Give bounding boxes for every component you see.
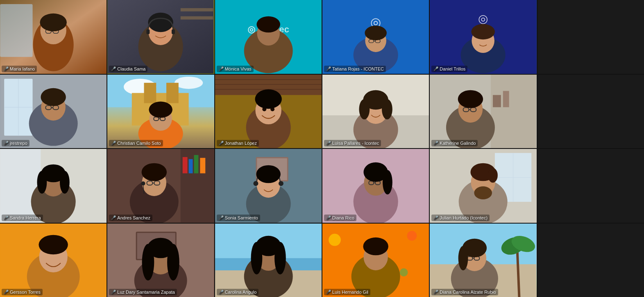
svg-point-104: [141, 181, 145, 185]
participant-name: 🎤 Julian Hurtado (Icontec): [431, 215, 490, 221]
tile-luz-dary[interactable]: 🎤 Luz Dary Santamaria Zapata: [107, 224, 214, 297]
svg-rect-77: [491, 75, 536, 148]
tile-empty-r4c6: [537, 224, 644, 297]
svg-rect-51: [144, 82, 156, 103]
svg-point-8: [40, 14, 66, 32]
tile-christian-soto[interactable]: 🎤 Christian Camilo Soto: [107, 75, 214, 148]
svg-point-58: [149, 101, 173, 118]
svg-point-85: [458, 90, 483, 108]
svg-point-113: [279, 181, 283, 186]
tile-tatiana-rojas[interactable]: ◎ icontec 🎤 Tatiana Rojas - ICONTEC: [322, 0, 429, 74]
svg-point-75: [382, 99, 392, 119]
svg-point-125: [383, 170, 392, 195]
tile-sonia-sarmiento[interactable]: 🎤 Sonia Sarmiento: [215, 149, 322, 223]
svg-point-156: [274, 242, 286, 274]
video-grid: 🎤 Maria Iafano: [0, 0, 644, 297]
svg-point-147: [167, 244, 179, 280]
svg-point-163: [363, 237, 388, 255]
mute-icon: 🎤: [4, 216, 9, 220]
svg-point-14: [148, 13, 173, 32]
svg-rect-2: [0, 4, 32, 57]
svg-point-68: [255, 89, 281, 109]
participant-name: 🎤 Claudia Sama: [109, 66, 147, 72]
tile-carolina-angulo[interactable]: ISO 13009 BEACH 🎤 Carolina Angulo: [215, 224, 322, 297]
svg-point-159: [407, 231, 417, 240]
mute-icon: 🎤: [326, 141, 331, 145]
mute-icon: 🎤: [326, 290, 331, 294]
svg-point-139: [39, 235, 68, 254]
svg-point-46: [41, 88, 66, 106]
svg-point-114: [256, 165, 281, 183]
participant-name: 🎤 Christian Camilo Soto: [109, 140, 163, 146]
tile-jonathan-lopez[interactable]: 🎤 Jonathan López: [215, 75, 322, 148]
tile-empty-r3c6: [537, 149, 644, 223]
mute-icon: 🎤: [111, 67, 116, 71]
participant-name: 🎤 Sandra Herrera: [2, 215, 43, 221]
participant-name: 🎤 Daniel Trillos: [431, 66, 467, 72]
participant-name: 🎤 Sonia Sarmiento: [217, 215, 260, 221]
svg-rect-16: [172, 29, 175, 34]
svg-rect-96: [189, 159, 193, 174]
svg-point-21: [256, 16, 280, 33]
svg-point-74: [359, 99, 370, 119]
svg-point-36: [472, 24, 495, 40]
mute-icon: 🎤: [4, 67, 9, 71]
svg-rect-78: [493, 95, 501, 107]
svg-point-155: [251, 242, 262, 274]
tile-luis-hernando[interactable]: 🎤 Luis Hernando Gil: [322, 224, 429, 297]
tile-empty-r1c6: [537, 0, 644, 74]
svg-text:◎: ◎: [478, 12, 488, 25]
participant-name: 🎤 Luisa Pallares - Icontec: [324, 140, 381, 146]
participant-name: 🎤 Jonathan López: [217, 140, 259, 146]
tile-katherine-galindo[interactable]: 🎤 Katherine Galindo: [430, 75, 536, 148]
participant-name: 🎤 Andres Sanchez: [109, 215, 152, 221]
tile-monica-vivas[interactable]: ◎ icontec 🎤 Mónica Vivas: [215, 0, 322, 74]
tile-gersson-torres[interactable]: 🎤 Gersson Torres: [0, 224, 107, 297]
svg-point-112: [253, 181, 258, 186]
svg-point-91: [37, 171, 47, 194]
mute-icon: 🎤: [111, 290, 116, 294]
svg-rect-97: [194, 155, 199, 174]
mute-icon: 🎤: [111, 141, 116, 145]
mute-icon: 🎤: [4, 141, 9, 145]
participant-name: 🎤 Luis Hernando Gil: [324, 289, 370, 295]
svg-rect-11: [181, 16, 213, 20]
tile-daniel-trillos[interactable]: ◎ icontec 🎤 Daniel Trillos: [430, 0, 536, 74]
svg-rect-52: [166, 82, 179, 103]
mute-icon: 🎤: [219, 216, 224, 220]
tile-diana-carolina-alzate[interactable]: 🎤 Diana Carolina Alzate Rubio: [430, 224, 536, 297]
tile-maria-iafano[interactable]: 🎤 Maria Iafano: [0, 0, 107, 74]
tile-claudia-sama[interactable]: 🎤 Claudia Sama: [107, 0, 214, 74]
mute-icon: 🎤: [433, 141, 438, 145]
svg-point-175: [458, 246, 468, 270]
mute-icon: 🎤: [219, 67, 224, 71]
tile-diana-rico[interactable]: 🎤 Diana Rico: [322, 149, 429, 223]
svg-point-30: [365, 25, 387, 40]
tile-sandra-herrera[interactable]: 🎤 Sandra Herrera: [0, 149, 107, 223]
participant-name: 🎤 Carolina Angulo: [217, 289, 259, 295]
participant-name: 🎤 Diana Carolina Alzate Rubio: [431, 289, 498, 295]
mute-icon: 🎤: [111, 216, 116, 220]
svg-point-106: [142, 163, 167, 181]
tile-luisa-pallares[interactable]: 🎤 Luisa Pallares - Icontec: [322, 75, 429, 148]
tile-andres-sanchez[interactable]: 🎤 Andres Sanchez: [107, 149, 214, 223]
participant-name: 🎤 Tatiana Rojas - ICONTEC: [324, 66, 386, 72]
participant-name: 🎤 Mónica Vivas: [217, 66, 254, 72]
participant-name: 🎤 Maria Iafano: [2, 66, 37, 72]
tile-jrestrepo[interactable]: 🎤 jrestrepo: [0, 75, 107, 148]
svg-rect-10: [181, 8, 213, 11]
participant-name: 🎤 Gersson Torres: [2, 289, 43, 295]
mute-icon: 🎤: [326, 216, 331, 220]
participant-name: 🎤 Diana Rico: [324, 215, 356, 221]
svg-point-160: [400, 268, 408, 276]
svg-rect-15: [147, 29, 150, 34]
participant-name: 🎤 Katherine Galindo: [431, 140, 478, 146]
participant-name: 🎤 Luz Dary Santamaria Zapata: [109, 289, 177, 295]
mute-icon: 🎤: [219, 290, 224, 294]
mute-icon: 🎤: [433, 67, 438, 71]
mute-icon: 🎤: [219, 141, 224, 145]
mute-icon: 🎤: [433, 216, 438, 220]
svg-point-49: [175, 76, 203, 89]
svg-point-158: [329, 233, 341, 246]
tile-julian-hurtado[interactable]: 🎤 Julian Hurtado (Icontec): [430, 149, 536, 223]
